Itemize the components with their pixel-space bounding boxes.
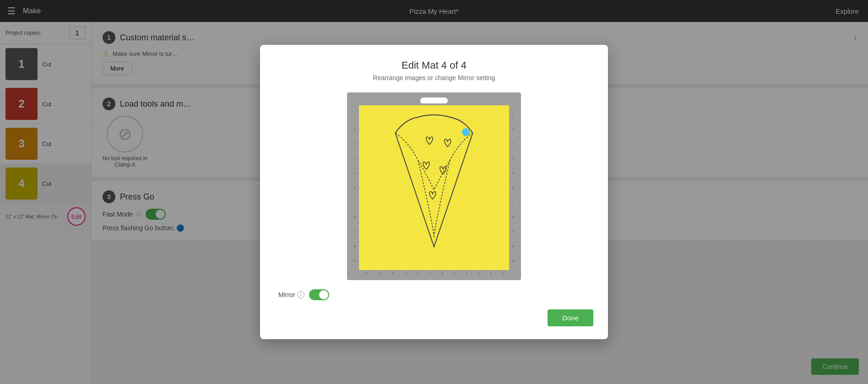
edit-mat-modal: Edit Mat 4 of 4 Rearrange images or chan… (260, 45, 608, 339)
svg-rect-1 (359, 106, 509, 270)
mat-preview: 123456789101112 1234567891011 (275, 92, 593, 280)
mat-svg (359, 105, 509, 270)
done-button[interactable]: Done (548, 309, 593, 326)
ruler-left: 1234567891011 (351, 105, 359, 270)
mat-top-area: 123456789101112 (351, 96, 517, 105)
svg-point-2 (462, 129, 470, 136)
ruler-right: 1234567891011 (509, 105, 517, 270)
mirror-row: Mirror i (275, 289, 593, 300)
mirror-info-icon[interactable]: i (297, 291, 304, 298)
modal-title: Edit Mat 4 of 4 (275, 59, 593, 71)
modal-overlay: Edit Mat 4 of 4 Rearrange images or chan… (0, 0, 868, 384)
mirror-label: Mirror i (278, 291, 304, 298)
modal-subtitle: Rearrange images or change Mirror settin… (275, 74, 593, 81)
ruler-bottom: 121110987654321 (359, 270, 509, 276)
mat-frame: 123456789101112 1234567891011 (347, 92, 521, 280)
mirror-toggle-knob (319, 290, 328, 299)
mat-body: 1234567891011 (351, 105, 517, 270)
mirror-toggle[interactable] (309, 289, 329, 300)
mat-yellow-area (359, 105, 509, 270)
mat-notch (420, 97, 448, 104)
